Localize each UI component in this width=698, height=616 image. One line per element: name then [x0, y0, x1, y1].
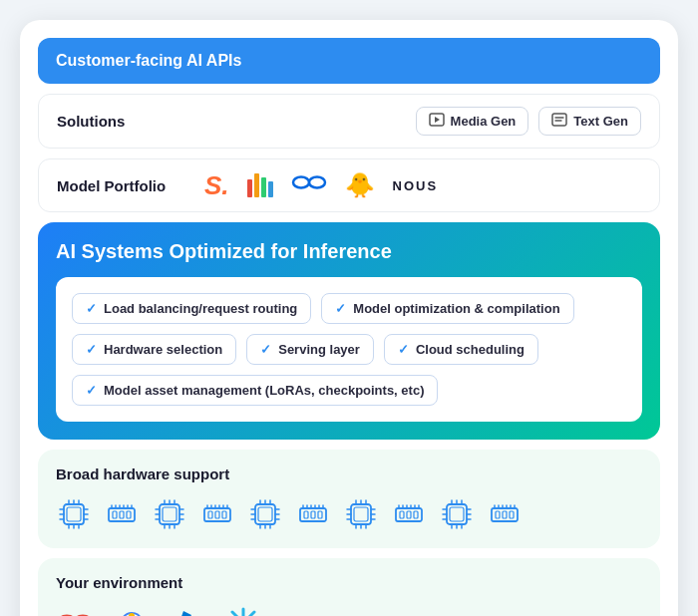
svg-rect-52: [208, 511, 212, 518]
svg-rect-78: [318, 511, 322, 518]
check-item-1: ✓ Model optimization & compilation: [321, 293, 573, 324]
env-logo-google-cloud: [114, 605, 150, 616]
svg-rect-80: [354, 507, 368, 521]
svg-rect-125: [503, 511, 507, 518]
svg-rect-29: [120, 511, 124, 518]
svg-rect-100: [400, 511, 404, 518]
solutions-label: Solutions: [57, 113, 125, 130]
logo-meta: [291, 172, 327, 198]
svg-rect-77: [311, 511, 315, 518]
env-logos-row: aws On Prem: [56, 605, 642, 616]
top-header-title: Customer-facing AI APIs: [56, 52, 241, 69]
check-item-4: ✓ Cloud scheduling: [384, 334, 538, 365]
check-label-5: Model asset management (LoRAs, checkpoin…: [104, 383, 424, 398]
svg-point-6: [309, 177, 325, 188]
hardware-section: Broad hardware support: [38, 450, 660, 548]
check-label-2: Hardware selection: [104, 342, 222, 357]
env-logo-meta-quest: [56, 610, 94, 616]
svg-rect-32: [163, 507, 176, 521]
env-title: Your environment: [56, 574, 642, 591]
svg-rect-56: [258, 507, 272, 521]
svg-rect-28: [113, 511, 117, 518]
top-header: Customer-facing AI APIs: [38, 38, 660, 84]
check-item-5: ✓ Model asset management (LoRAs, checkpo…: [72, 375, 438, 406]
env-section: Your environment: [38, 558, 660, 616]
ai-systems-title: AI Systems Optimized for Inference: [56, 240, 642, 263]
media-gen-icon: [429, 113, 445, 130]
hw-icon-2: [152, 496, 187, 532]
hardware-icons-row: [56, 496, 642, 532]
hw-icon-0: [56, 496, 92, 532]
hw-icon-3: [199, 496, 235, 532]
svg-rect-53: [215, 511, 219, 518]
svg-rect-30: [127, 511, 131, 518]
svg-rect-104: [450, 507, 464, 521]
svg-rect-124: [496, 511, 500, 518]
media-gen-badge[interactable]: Media Gen: [416, 107, 529, 136]
text-gen-badge[interactable]: Text Gen: [538, 107, 641, 136]
check-label-0: Load balancing/request routing: [104, 301, 297, 316]
svg-rect-126: [510, 511, 514, 518]
hw-icon-1: [104, 496, 140, 532]
logo-s: S.: [204, 172, 229, 198]
portfolio-row: Model Portfolio S. 🐥 NOUS: [38, 158, 660, 212]
hw-icon-5: [295, 496, 331, 532]
check-item-0: ✓ Load balancing/request routing: [72, 293, 311, 324]
text-gen-icon: [551, 113, 567, 130]
check-item-2: ✓ Hardware selection: [72, 334, 236, 365]
svg-rect-101: [407, 511, 411, 518]
check-icon-0: ✓: [86, 301, 97, 316]
svg-marker-135: [175, 611, 191, 616]
check-icon-4: ✓: [398, 342, 409, 357]
hw-icon-6: [343, 496, 379, 532]
env-logo-snowflake: [225, 605, 261, 616]
hardware-title: Broad hardware support: [56, 465, 642, 482]
svg-rect-76: [304, 511, 308, 518]
hw-icon-8: [439, 496, 475, 532]
check-icon-3: ✓: [260, 342, 271, 357]
check-icon-1: ✓: [335, 301, 346, 316]
env-logo-onprem: On Prem: [336, 611, 428, 616]
check-icon-2: ✓: [86, 342, 97, 357]
media-gen-label: Media Gen: [451, 114, 517, 129]
check-item-3: ✓ Serving layer: [246, 334, 374, 365]
check-label-3: Serving layer: [278, 342, 360, 357]
check-label-4: Cloud scheduling: [416, 342, 524, 357]
main-card: Customer-facing AI APIs Solutions Media …: [20, 20, 678, 616]
hw-icon-7: [391, 496, 427, 532]
check-label-1: Model optimization & compilation: [353, 301, 559, 316]
svg-marker-1: [435, 117, 440, 123]
ai-systems-section: AI Systems Optimized for Inference ✓ Loa…: [38, 222, 660, 440]
hw-icon-9: [487, 496, 523, 532]
svg-point-5: [293, 177, 309, 188]
logo-mistral: [247, 173, 273, 197]
env-logo-azure: [170, 605, 205, 616]
ai-systems-inner: ✓ Load balancing/request routing ✓ Model…: [56, 277, 642, 422]
solutions-row: Solutions Media Gen: [38, 94, 660, 149]
portfolio-label: Model Portfolio: [57, 177, 186, 194]
check-icon-5: ✓: [86, 383, 97, 398]
svg-rect-54: [222, 511, 226, 518]
svg-rect-2: [552, 114, 566, 126]
hw-icon-4: [247, 496, 283, 532]
svg-rect-102: [414, 511, 418, 518]
logo-chick: 🐥: [345, 171, 375, 199]
solutions-badges: Media Gen Text Gen: [416, 107, 641, 136]
svg-rect-8: [67, 507, 81, 521]
text-gen-label: Text Gen: [573, 114, 628, 129]
logo-nous: NOUS: [393, 178, 439, 193]
portfolio-logos: S. 🐥 NOUS: [204, 171, 438, 199]
